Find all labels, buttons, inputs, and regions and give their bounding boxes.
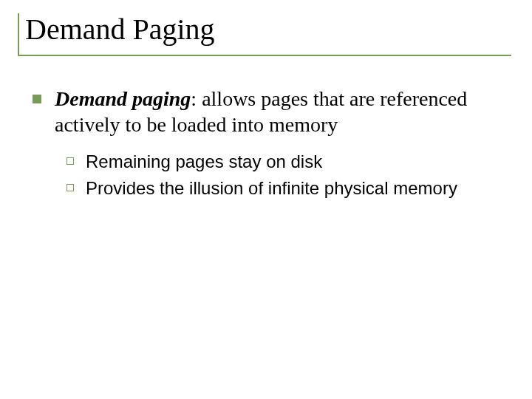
term: Demand paging — [55, 87, 191, 110]
square-bullet-icon — [33, 95, 41, 103]
slide: Demand Paging Demand paging: allows page… — [0, 0, 532, 399]
bullet-level1-text: Demand paging: allows pages that are ref… — [55, 86, 514, 137]
slide-title: Demand Paging — [25, 13, 511, 46]
bullet-level2-text: Provides the illusion of infinite physic… — [86, 177, 457, 200]
bullet-level2: Remaining pages stay on disk — [66, 151, 514, 173]
bullet-level2: Provides the illusion of infinite physic… — [66, 177, 514, 200]
slide-body: Demand paging: allows pages that are ref… — [18, 86, 514, 200]
title-container: Demand Paging — [18, 13, 511, 56]
sub-bullet-list: Remaining pages stay on disk Provides th… — [33, 151, 514, 200]
hollow-square-bullet-icon — [66, 157, 74, 165]
bullet-level1: Demand paging: allows pages that are ref… — [33, 86, 514, 137]
hollow-square-bullet-icon — [66, 184, 74, 191]
bullet-level2-text: Remaining pages stay on disk — [86, 151, 322, 173]
